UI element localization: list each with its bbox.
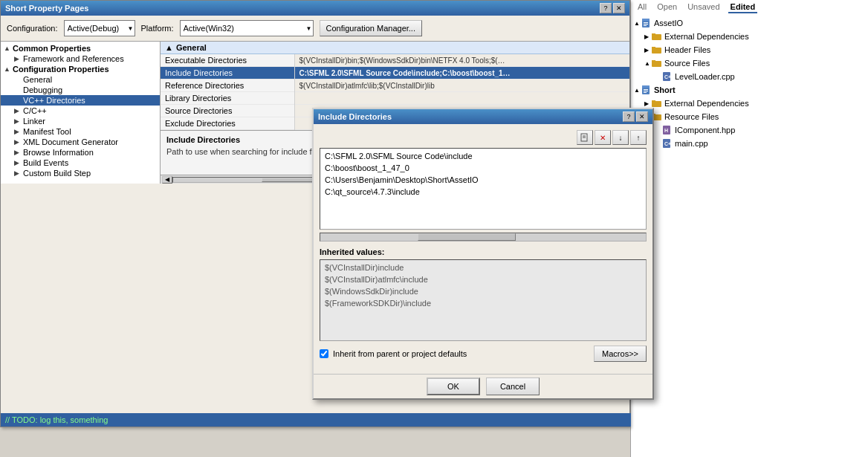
- section-expand-icon: ▲: [165, 43, 173, 52]
- svg-rect-6: [644, 24, 648, 25]
- tree-expand-cpp: ▶: [14, 107, 23, 114]
- props-row[interactable]: Reference Directories$(VCInstallDir)atlm…: [161, 80, 629, 92]
- se-tree-item-header-files-1[interactable]: ▶Header Files: [631, 43, 868, 56]
- dialog-toolbar: ✕ ↓ ↑: [320, 130, 647, 145]
- solution-explorer: All Open Unsaved Edited ▲AssetIO▶Externa…: [630, 0, 868, 457]
- close-button[interactable]: ✕: [613, 3, 625, 13]
- se-icon-cpp: C+: [662, 71, 673, 82]
- svg-rect-18: [644, 89, 648, 90]
- dialog-list: C:\SFML 2.0\SFML Source Code\includeC:\b…: [322, 150, 644, 198]
- dialog-up-btn[interactable]: ↑: [630, 130, 647, 145]
- se-expand-short: ▲: [634, 87, 641, 94]
- tree-item-common-props[interactable]: ▲Common Properties: [1, 43, 160, 54]
- status-text: // TODO: log this, something: [5, 415, 108, 424]
- tree-label-linker: Linker: [23, 117, 45, 126]
- dialog-list-spacer: [322, 198, 644, 204]
- tree-expand-browse-info: ▶: [14, 149, 23, 156]
- se-tree-label-resource-files: Resource Files: [664, 112, 719, 121]
- tree-item-browse-info[interactable]: ▶Browse Information: [1, 147, 160, 158]
- tree-item-debugging[interactable]: Debugging: [1, 85, 160, 95]
- platform-dropdown[interactable]: Active(Win32): [180, 20, 314, 36]
- dialog-help-button[interactable]: ?: [623, 111, 635, 122]
- tree-item-framework-refs[interactable]: ▶Framework and References: [1, 54, 160, 64]
- dialog-titlebar: Include Directories ? ✕: [314, 109, 652, 124]
- scroll-left-btn[interactable]: ◀: [162, 176, 172, 184]
- svg-rect-5: [644, 22, 648, 23]
- tree-expand-common-props: ▲: [4, 45, 13, 52]
- tree-label-vc-dirs: VC++ Directories: [23, 96, 85, 105]
- dialog-close-button[interactable]: ✕: [636, 111, 648, 122]
- se-expand-ext-deps-1: ▶: [644, 33, 652, 40]
- titlebar-buttons: ? ✕: [600, 3, 625, 13]
- se-tree-item-icomponent[interactable]: HIComponent.hpp: [631, 123, 868, 137]
- dialog-inherited-item: $(VCInstallDir)include: [322, 262, 644, 273]
- tree-item-cpp[interactable]: ▶C/C++: [1, 106, 160, 116]
- se-tree-item-resource-files[interactable]: ▶Resource Files: [631, 110, 868, 123]
- props-row-value: $(VCInstallDir)bin;$(WindowsSdkDir)bin\N…: [294, 54, 629, 67]
- se-expand-ext-deps-2: ▶: [644, 100, 652, 107]
- props-row[interactable]: Library Directories: [161, 92, 629, 105]
- dialog-list-item[interactable]: C:\Users\Benjamin\Desktop\Short\AssetIO: [322, 174, 644, 186]
- props-row[interactable]: Include DirectoriesC:\SFML 2.0\SFML Sour…: [161, 67, 629, 80]
- svg-rect-11: [652, 47, 655, 48]
- help-button[interactable]: ?: [600, 3, 612, 13]
- dialog-ok-button[interactable]: OK: [427, 377, 480, 395]
- status-bar: // TODO: log this, something: [1, 413, 631, 427]
- svg-rect-20: [644, 92, 647, 93]
- se-tree-item-source-files-1[interactable]: ▲Source Files: [631, 56, 868, 70]
- tree-item-build-events[interactable]: ▶Build Events: [1, 158, 160, 168]
- se-icon-cpp: C+: [662, 138, 673, 149]
- dialog-list-item[interactable]: C:\qt_source\4.7.3\include: [322, 186, 644, 198]
- tree-label-debugging: Debugging: [23, 85, 62, 94]
- se-tree-item-short[interactable]: ▲Short: [631, 83, 868, 97]
- inherit-checkbox[interactable]: [320, 349, 328, 358]
- dialog-list-item[interactable]: C:\SFML 2.0\SFML Source Code\include: [322, 150, 644, 162]
- se-tab-all[interactable]: All: [635, 1, 649, 13]
- tree-item-general[interactable]: General: [1, 74, 160, 85]
- tree-item-config-props[interactable]: ▲Configuration Properties: [1, 64, 160, 74]
- macros-button[interactable]: Macros>>: [594, 346, 647, 362]
- props-section-header: ▲ General: [161, 42, 629, 54]
- tree-item-vc-dirs[interactable]: VC++ Directories: [1, 95, 160, 106]
- tree-item-xml-doc[interactable]: ▶XML Document Generator: [1, 137, 160, 147]
- dialog-delete-btn[interactable]: ✕: [595, 130, 611, 145]
- se-tree-label-icomponent: IComponent.hpp: [675, 126, 735, 134]
- tree-item-custom-build[interactable]: ▶Custom Build Step: [1, 168, 160, 178]
- dialog-cancel-button[interactable]: Cancel: [486, 377, 540, 395]
- dialog-down-btn[interactable]: ↓: [612, 130, 629, 145]
- se-tree-item-ext-deps-1[interactable]: ▶External Dependencies: [631, 30, 868, 43]
- tree-item-manifest[interactable]: ▶Manifest Tool: [1, 126, 160, 137]
- se-icon-header: H: [662, 125, 673, 135]
- se-tab-unsaved[interactable]: Unsaved: [685, 1, 722, 13]
- props-row-value: C:\SFML 2.0\SFML Source Code\include;C:\…: [294, 67, 629, 80]
- tree-label-manifest: Manifest Tool: [23, 127, 71, 136]
- se-tree-items: ▲AssetIO▶External Dependencies▶Header Fi…: [631, 16, 868, 150]
- svg-rect-21: [652, 101, 661, 107]
- tree-panel: ▲Common Properties▶Framework and Referen…: [1, 42, 161, 184]
- se-tab-open[interactable]: Open: [655, 1, 679, 13]
- dialog-h-scroll-thumb[interactable]: [418, 233, 515, 241]
- se-tree-item-main-cpp[interactable]: C+main.cpp: [631, 137, 868, 150]
- dialog-h-scrollbar[interactable]: [320, 233, 647, 242]
- dialog-new-btn[interactable]: [577, 130, 593, 145]
- inherit-label: Inherit from parent or project defaults: [333, 349, 467, 358]
- se-tree-item-ext-deps-2[interactable]: ▶External Dependencies: [631, 97, 868, 110]
- se-tree-item-levelloader[interactable]: C+LevelLoader.cpp: [631, 70, 868, 83]
- se-icon-folder: [652, 98, 662, 108]
- dialog-list-item[interactable]: C:\boost\boost_1_47_0: [322, 162, 644, 174]
- tree-label-framework-refs: Framework and References: [23, 54, 124, 63]
- se-tab-edited[interactable]: Edited: [728, 1, 758, 13]
- dialog-title-text: Include Directories: [318, 112, 392, 121]
- props-row-name: Source Directories: [161, 105, 294, 117]
- se-tab-row: All Open Unsaved Edited: [631, 0, 868, 15]
- config-dropdown[interactable]: Active(Debug): [64, 20, 135, 36]
- tree-item-linker[interactable]: ▶Linker: [1, 116, 160, 126]
- config-label: Configuration:: [7, 24, 58, 33]
- props-row-name: Executable Directories: [161, 54, 294, 67]
- config-manager-button[interactable]: Configuration Manager...: [320, 20, 422, 36]
- tree-expand-framework-refs: ▶: [14, 55, 23, 62]
- props-row[interactable]: Executable Directories$(VCInstallDir)bin…: [161, 54, 629, 67]
- se-tree-item-assetio[interactable]: ▲AssetIO: [631, 16, 868, 30]
- se-icon-folder: [652, 58, 662, 68]
- tree-expand-xml-doc: ▶: [14, 138, 23, 146]
